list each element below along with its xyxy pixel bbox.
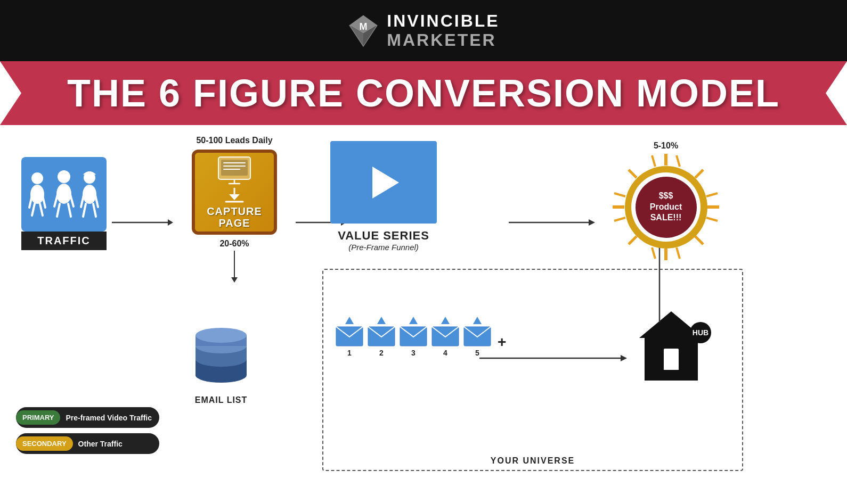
people-icon	[27, 165, 101, 224]
svg-marker-45	[589, 219, 595, 226]
svg-line-51	[695, 170, 703, 178]
svg-marker-24	[168, 219, 173, 226]
header: M INVINCIBLE MARKETER	[0, 0, 847, 61]
traffic-icon	[21, 157, 107, 232]
db-svg	[192, 327, 250, 386]
email-num-2: 2	[379, 349, 384, 357]
product-section: 5-10%	[613, 141, 719, 260]
universe-label: YOUR UNIVERSE	[491, 456, 575, 466]
primary-badge: PRIMARY	[16, 410, 60, 425]
svg-line-15	[57, 204, 60, 217]
capture-page-label: CAPTURE PAGE	[207, 205, 262, 229]
email-up-arrow-3	[409, 317, 418, 324]
email-num-3: 3	[411, 349, 416, 357]
banner-title: THE 6 FIGURE CONVERSION MODEL	[67, 71, 780, 115]
traffic-label: TRAFFIC	[21, 232, 107, 250]
svg-marker-33	[229, 194, 240, 200]
svg-line-10	[40, 204, 43, 216]
hub-section: HUB	[639, 311, 703, 381]
product-text: $$$ProductSALE!!!	[650, 191, 682, 224]
envelope-1	[336, 326, 363, 346]
house-icon: HUB	[639, 311, 703, 381]
capture-icon: CAPTURE PAGE	[192, 150, 277, 235]
hub-label: HUB	[690, 322, 711, 343]
product-outer-circle: $$$ProductSALE!!!	[625, 166, 707, 249]
value-series-label: VALUE SERIES	[330, 229, 437, 243]
house-door	[664, 349, 679, 370]
svg-marker-68	[621, 355, 627, 361]
percent-5-10: 5-10%	[613, 141, 719, 151]
logo-icon: M	[347, 15, 379, 47]
svg-line-21	[83, 204, 86, 217]
banner: THE 6 FIGURE CONVERSION MODEL	[0, 61, 847, 125]
svg-line-58	[614, 218, 625, 221]
secondary-text: Other Traffic	[78, 440, 123, 448]
arrow-traffic-to-capture	[112, 218, 176, 229]
value-series-section: VALUE SERIES (Pre-Frame Funnel)	[330, 141, 437, 252]
database-icon	[192, 327, 250, 386]
plus-icon: +	[498, 323, 506, 351]
svg-line-14	[70, 195, 74, 206]
svg-line-54	[652, 155, 655, 167]
email-sequence: 1 2 3	[336, 317, 508, 357]
play-button-icon	[372, 167, 399, 199]
svg-line-22	[93, 204, 96, 217]
envelope-4	[431, 326, 459, 346]
hub-to-product-arrow	[655, 239, 664, 325]
email-up-arrow-2	[377, 317, 386, 324]
capture-section: 50-100 Leads Daily CAPTURE	[192, 136, 277, 283]
product-inner-circle: $$$ProductSALE!!!	[636, 177, 697, 238]
house-body	[645, 338, 698, 381]
svg-line-50	[629, 170, 637, 178]
email-num-4: 4	[443, 349, 447, 357]
email-num-1: 1	[347, 349, 352, 357]
svg-text:M: M	[360, 21, 368, 32]
product-mid-circle: $$$ProductSALE!!!	[631, 172, 701, 242]
envelope-2	[368, 326, 395, 346]
brand-name2: MARKETER	[387, 31, 499, 49]
svg-line-52	[629, 236, 637, 244]
svg-line-20	[95, 195, 98, 207]
svg-line-57	[706, 193, 718, 196]
svg-line-55	[677, 155, 680, 167]
svg-line-61	[677, 247, 680, 259]
svg-line-8	[43, 196, 45, 208]
header-text: INVINCIBLE MARKETER	[387, 12, 499, 49]
svg-point-11	[58, 170, 70, 183]
svg-point-41	[196, 328, 247, 343]
leads-label: 50-100 Leads Daily	[196, 136, 272, 145]
arrow-seq-to-hub	[479, 354, 629, 365]
email-list-label: EMAIL LIST	[195, 395, 248, 405]
traffic-section: TRAFFIC	[21, 157, 107, 250]
download-icon	[224, 187, 245, 203]
svg-rect-26	[221, 160, 248, 176]
legend: PRIMARY Pre-framed Video Traffic SECONDA…	[16, 407, 159, 454]
envelope-5	[463, 326, 491, 346]
monitor-icon	[216, 156, 253, 185]
email-up-arrow-1	[345, 317, 354, 324]
email-num-5: 5	[475, 349, 479, 357]
sunburst: $$$ProductSALE!!!	[613, 154, 719, 260]
email-sequence-section: 1 2 3	[336, 306, 508, 357]
legend-primary: PRIMARY Pre-framed Video Traffic	[16, 407, 159, 428]
email-list-section: EMAIL LIST	[192, 327, 250, 405]
arrow-video-to-product	[509, 218, 597, 229]
secondary-badge: SECONDARY	[16, 436, 73, 451]
svg-line-19	[81, 195, 84, 207]
email-item-4: 4	[431, 317, 459, 357]
email-item-3: 3	[400, 317, 427, 357]
svg-point-5	[31, 172, 43, 184]
email-item-1: 1	[336, 317, 363, 357]
svg-point-6	[30, 185, 44, 204]
video-player	[330, 141, 437, 224]
brand-name: INVINCIBLE	[387, 12, 499, 30]
header-logo: M INVINCIBLE MARKETER	[347, 12, 499, 49]
legend-secondary: SECONDARY Other Traffic	[16, 433, 159, 454]
email-up-arrow-4	[441, 317, 450, 324]
pre-frame-label: (Pre-Frame Funnel)	[330, 243, 437, 252]
svg-line-16	[68, 204, 71, 217]
email-item-2: 2	[368, 317, 395, 357]
svg-line-9	[32, 204, 35, 216]
svg-line-13	[54, 195, 58, 206]
email-up-arrow-5	[473, 317, 482, 324]
